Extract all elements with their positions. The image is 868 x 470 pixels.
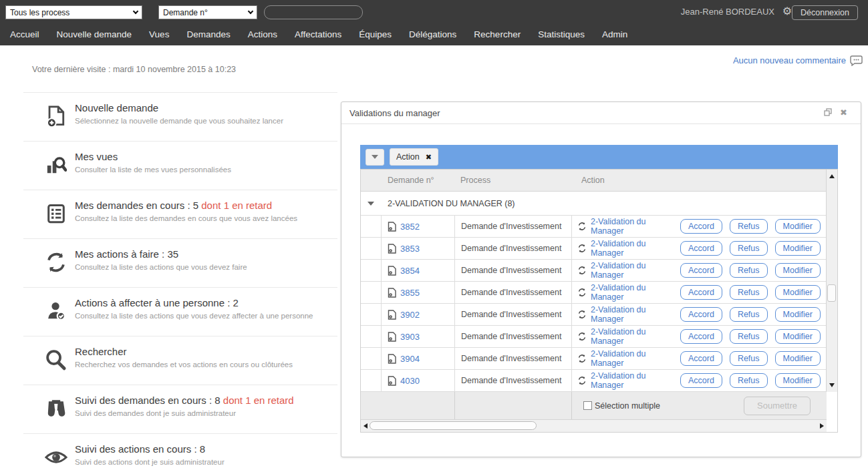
remove-filter-icon[interactable]: ✖ bbox=[426, 153, 432, 162]
modifier-button[interactable]: Modifier bbox=[775, 307, 821, 322]
table-row: 3903 Demande d'Investissement 2-Validati… bbox=[361, 326, 827, 348]
submit-button[interactable]: Soumettre bbox=[744, 397, 811, 415]
table-footer: Sélection multiple Soumettre bbox=[361, 392, 827, 420]
nav-item-vues[interactable]: Vues bbox=[140, 29, 178, 39]
refus-button[interactable]: Refus bbox=[730, 329, 768, 344]
collapse-group-icon[interactable] bbox=[368, 202, 374, 206]
accord-button[interactable]: Accord bbox=[680, 351, 722, 366]
action-link[interactable]: 2-Validation du Manager bbox=[591, 217, 680, 236]
comments-link[interactable]: Aucun nouveau commentaire bbox=[733, 55, 863, 66]
action-link[interactable]: 2-Validation du Manager bbox=[591, 349, 680, 368]
assign-person-icon bbox=[42, 297, 70, 325]
menu-item-title: Mes vues bbox=[75, 151, 337, 162]
refus-button[interactable]: Refus bbox=[730, 373, 768, 388]
scroll-right-icon[interactable] bbox=[820, 423, 824, 429]
request-id-link[interactable]: 4030 bbox=[400, 376, 420, 386]
modifier-button[interactable]: Modifier bbox=[775, 351, 821, 366]
refus-button[interactable]: Refus bbox=[730, 351, 768, 366]
modifier-button[interactable]: Modifier bbox=[775, 263, 821, 278]
menu-item-actions-affecter[interactable]: Actions à affecter à une personne : 2 Co… bbox=[23, 287, 337, 336]
process-select-value: Tous les process bbox=[10, 8, 69, 17]
nav-item-admin[interactable]: Admin bbox=[593, 29, 636, 39]
horizontal-scroll-thumb[interactable] bbox=[370, 421, 537, 430]
accord-button[interactable]: Accord bbox=[680, 285, 722, 300]
modifier-button[interactable]: Modifier bbox=[775, 219, 821, 234]
gear-icon[interactable]: ⚙ bbox=[782, 5, 792, 17]
nav-item-statistiques[interactable]: Statistiques bbox=[529, 29, 593, 39]
multi-select-checkbox[interactable] bbox=[583, 401, 592, 410]
request-id-link[interactable]: 3852 bbox=[400, 222, 420, 232]
refus-button[interactable]: Refus bbox=[730, 263, 768, 278]
nav-item-demandes[interactable]: Demandes bbox=[178, 29, 239, 39]
scroll-left-icon[interactable] bbox=[364, 423, 368, 429]
col-header-process[interactable]: Process bbox=[454, 176, 571, 185]
menu-item-mes-vues[interactable]: Mes vues Consulter la liste de mes vues … bbox=[23, 141, 337, 190]
col-header-demande[interactable]: Demande n° bbox=[381, 176, 454, 185]
nav-item-rechercher[interactable]: Rechercher bbox=[465, 29, 529, 39]
action-link[interactable]: 2-Validation du Manager bbox=[591, 305, 680, 324]
horizontal-scrollbar[interactable] bbox=[361, 420, 827, 432]
col-header-action[interactable]: Action bbox=[571, 176, 827, 185]
process-cell: Demande d'Investissement bbox=[454, 370, 571, 391]
request-id-link[interactable]: 3855 bbox=[400, 288, 420, 298]
nav-item-equipes[interactable]: Équipes bbox=[350, 29, 400, 39]
action-refresh-icon bbox=[577, 222, 587, 231]
panel-title: Validations du manager bbox=[349, 108, 440, 118]
refus-button[interactable]: Refus bbox=[730, 219, 768, 234]
filter-bar: Action ✖ bbox=[360, 145, 838, 169]
accord-button[interactable]: Accord bbox=[680, 329, 722, 344]
request-id-link[interactable]: 3853 bbox=[400, 244, 420, 254]
action-link[interactable]: 2-Validation du Manager bbox=[591, 283, 680, 302]
request-id-link[interactable]: 3902 bbox=[400, 310, 420, 320]
scroll-up-icon[interactable] bbox=[829, 174, 835, 178]
accord-button[interactable]: Accord bbox=[680, 219, 722, 234]
menu-item-suivi-demandes[interactable]: Suivi des demandes en cours : 8 dont 1 e… bbox=[23, 385, 337, 433]
menu-item-suivi-actions[interactable]: Suivi des actions en cours : 8 Suivi des… bbox=[23, 433, 337, 470]
search-input[interactable] bbox=[264, 5, 363, 19]
menu-item-subtitle: Recherchez vos demandes et vos actions e… bbox=[75, 361, 337, 369]
nav-item-delegations[interactable]: Délégations bbox=[400, 29, 465, 39]
refus-button[interactable]: Refus bbox=[730, 241, 768, 256]
accord-button[interactable]: Accord bbox=[680, 373, 722, 388]
nav-item-affectations[interactable]: Affectations bbox=[286, 29, 350, 39]
menu-item-title: Nouvelle demande bbox=[75, 102, 337, 113]
request-id-link[interactable]: 3903 bbox=[400, 332, 420, 342]
nav-item-accueil[interactable]: Accueil bbox=[1, 29, 48, 39]
nav-item-actions[interactable]: Actions bbox=[239, 29, 286, 39]
accord-button[interactable]: Accord bbox=[680, 307, 722, 322]
modifier-button[interactable]: Modifier bbox=[775, 329, 821, 344]
menu-item-subtitle: Consultez la liste des actions que vous … bbox=[75, 263, 337, 271]
request-doc-icon bbox=[388, 310, 396, 320]
menu-item-title: Suivi des demandes en cours : 8 dont 1 e… bbox=[75, 395, 337, 406]
modifier-button[interactable]: Modifier bbox=[775, 241, 821, 256]
menu-item-rechercher[interactable]: Rechercher Recherchez vos demandes et vo… bbox=[23, 336, 337, 385]
scroll-down-icon[interactable] bbox=[829, 383, 835, 387]
logout-button[interactable]: Déconnexion bbox=[792, 5, 858, 20]
filter-dropdown-button[interactable] bbox=[366, 149, 384, 166]
accord-button[interactable]: Accord bbox=[680, 263, 722, 278]
filter-chip-action[interactable]: Action ✖ bbox=[390, 148, 438, 166]
refus-button[interactable]: Refus bbox=[730, 285, 768, 300]
nav-item-nouvelle-demande[interactable]: Nouvelle demande bbox=[48, 29, 141, 39]
action-link[interactable]: 2-Validation du Manager bbox=[591, 371, 680, 390]
action-link[interactable]: 2-Validation du Manager bbox=[591, 261, 680, 280]
views-icon bbox=[42, 151, 70, 179]
modifier-button[interactable]: Modifier bbox=[775, 373, 821, 388]
menu-item-subtitle: Suivi des actions dont je suis administr… bbox=[75, 458, 337, 466]
menu-item-mes-demandes[interactable]: Mes demandes en cours : 5 dont 1 en reta… bbox=[23, 190, 337, 238]
accord-button[interactable]: Accord bbox=[680, 241, 722, 256]
action-link[interactable]: 2-Validation du Manager bbox=[591, 327, 680, 346]
refus-button[interactable]: Refus bbox=[730, 307, 768, 322]
vertical-scroll-thumb[interactable] bbox=[827, 284, 836, 302]
process-select[interactable]: Tous les process bbox=[5, 5, 142, 19]
search-type-select[interactable]: Demande n° bbox=[158, 5, 257, 19]
request-id-link[interactable]: 3854 bbox=[400, 266, 420, 276]
modifier-button[interactable]: Modifier bbox=[775, 285, 821, 300]
popout-icon[interactable] bbox=[824, 108, 832, 116]
action-link[interactable]: 2-Validation du Manager bbox=[591, 239, 680, 258]
close-icon[interactable]: ✖ bbox=[840, 107, 847, 118]
menu-item-mes-actions[interactable]: Mes actions à faire : 35 Consultez la li… bbox=[23, 238, 337, 287]
menu-item-nouvelle-demande[interactable]: Nouvelle demande Sélectionnez la nouvell… bbox=[23, 92, 337, 141]
vertical-scrollbar[interactable] bbox=[826, 170, 837, 392]
request-id-link[interactable]: 3904 bbox=[400, 354, 420, 364]
